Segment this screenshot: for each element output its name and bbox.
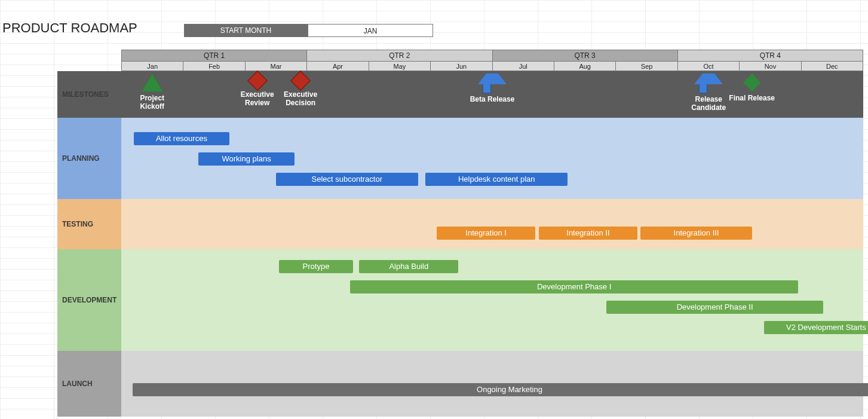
milestone-label: ExecutiveDecision (274, 90, 327, 107)
diamond-icon (247, 71, 268, 91)
task-bar[interactable]: Integration II (539, 227, 638, 240)
task-bar[interactable]: Integration III (640, 227, 752, 240)
month-cell: Dec (802, 62, 863, 71)
task-bar[interactable]: Development Phase II (606, 301, 823, 314)
arrow-icon (478, 74, 507, 84)
milestone: Final Release (725, 74, 779, 102)
task-bar[interactable]: Working plans (198, 152, 294, 166)
task-bar[interactable]: Integration I (437, 227, 536, 240)
month-cell: Nov (740, 62, 801, 71)
task-bar[interactable]: Ongoing Marketing (133, 383, 868, 396)
task-bar[interactable]: Development Phase I (350, 280, 798, 293)
quarter-cell: QTR 4 (678, 50, 863, 61)
quarter-cell: QTR 1 (122, 50, 307, 61)
milestone-label: Beta Release (465, 95, 519, 103)
lane-label-launch: LAUNCH (57, 351, 121, 417)
lane-planning: Allot resourcesWorking plansSelect subco… (121, 118, 863, 199)
month-cell: May (369, 62, 431, 71)
month-cell: Apr (307, 62, 369, 71)
task-bar[interactable]: V2 Development Starts (764, 321, 868, 334)
month-cell: Feb (183, 62, 245, 71)
lane-milestones: ProjectKickoffExecutiveReviewExecutiveDe… (121, 71, 863, 118)
diamond-icon (290, 71, 311, 91)
milestone: Beta Release (465, 74, 519, 103)
month-cell: Jun (431, 62, 492, 71)
lane-testing: Integration IIntegration IIIntegration I… (121, 199, 863, 249)
star4-icon (743, 74, 761, 91)
month-cell: Oct (678, 62, 740, 71)
lane-launch: Ongoing Marketing (121, 351, 863, 417)
lane-label-testing: TESTING (57, 199, 121, 249)
month-cell: Jan (122, 62, 183, 71)
lanes-area: ProjectKickoffExecutiveReviewExecutiveDe… (121, 71, 863, 417)
triangle-icon (142, 74, 163, 91)
milestone-label: ProjectKickoff (125, 94, 179, 111)
lane-label-milestones: MILESTONES (57, 71, 121, 118)
month-cell: Jul (493, 62, 554, 71)
task-bar[interactable]: Allot resources (134, 132, 229, 145)
task-bar[interactable]: Helpdesk content plan (425, 173, 568, 186)
arrow-icon (694, 74, 723, 84)
task-bar[interactable]: Protype (279, 260, 353, 273)
quarter-cell: QTR 2 (307, 50, 492, 61)
milestone: ProjectKickoff (125, 74, 179, 111)
quarter-header-row: QTR 1QTR 2QTR 3QTR 4 (121, 50, 863, 62)
task-bar[interactable]: Alpha Build (359, 260, 458, 273)
milestone: ExecutiveDecision (274, 74, 327, 107)
timeline: QTR 1QTR 2QTR 3QTR 4 JanFebMarAprMayJunJ… (121, 50, 863, 417)
milestone-label: Final Release (725, 94, 779, 102)
task-bar[interactable]: Select subcontractor (276, 173, 418, 186)
quarter-cell: QTR 3 (493, 50, 678, 61)
month-header-row: JanFebMarAprMayJunJulAugSepOctNovDec (121, 62, 863, 71)
start-month-label: START MONTH (184, 24, 308, 37)
month-cell: Aug (554, 62, 616, 71)
lane-label-development: DEVELOPMENT (57, 249, 121, 351)
month-cell: Sep (616, 62, 677, 71)
month-cell: Mar (246, 62, 307, 71)
page-title: PRODUCT ROADMAP (2, 20, 137, 36)
lane-development: ProtypeAlpha BuildDevelopment Phase IDev… (121, 249, 863, 351)
lane-label-planning: PLANNING (57, 118, 121, 199)
start-month-input[interactable]: JAN (308, 24, 433, 37)
